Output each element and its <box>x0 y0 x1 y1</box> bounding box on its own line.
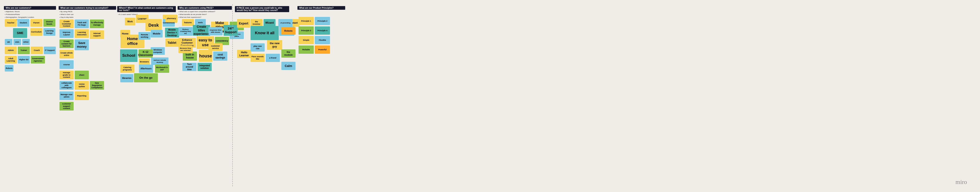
note-website[interactable]: various remote desktop <box>151 57 169 65</box>
note-customer-service[interactable]: customer service <box>208 43 223 51</box>
note-mobile-device[interactable]: Mobile Device + Desktop <box>165 28 179 38</box>
section1-header: Who are our customers? <box>4 6 56 10</box>
note-pp8[interactable]: Powerful <box>315 46 330 54</box>
note-s1-6[interactable]: Learning Design <box>43 28 56 36</box>
note-reduce-creating[interactable]: Reduce creating they the <box>178 27 192 36</box>
note-s2-create2[interactable]: Create whole entire <box>59 50 73 58</box>
note-s1-usa[interactable]: USA <box>13 39 21 45</box>
note-s2-cust-support[interactable]: customer support content <box>59 102 73 110</box>
note-pace-like[interactable]: Pace sounds like <box>251 54 265 62</box>
note-pp6[interactable]: Flexible <box>315 36 330 44</box>
note-s1-5[interactable]: Curriculum <box>30 28 42 36</box>
note-response-time[interactable]: response time with issues <box>208 27 223 35</box>
note-pharmacy[interactable]: pharmacy <box>165 15 177 22</box>
note-on-the-go[interactable]: On the go <box>134 73 158 82</box>
note-s1-uk[interactable]: UK <box>5 39 13 45</box>
note-integrated[interactable]: Integrated solution <box>197 63 212 71</box>
note-s2-manage-use[interactable]: Manage user admin <box>59 91 73 100</box>
note-s2-manage[interactable]: manage grade to content <box>59 71 73 79</box>
note-the-inventor[interactable]: the inventor <box>251 19 262 27</box>
note-s1-robot[interactable]: Robots <box>5 65 13 71</box>
note-s2-share[interactable]: share <box>75 71 89 79</box>
note-know-it-all[interactable]: Know it all <box>251 26 279 40</box>
note-s2-collab[interactable]: collaborate with colleagues <box>59 81 73 90</box>
note-remote-working[interactable]: Remote working <box>138 32 150 40</box>
note-s1-govt[interactable]: Government Agencies <box>31 56 45 63</box>
note-pp5[interactable]: Simple <box>299 36 314 44</box>
note-s1-apac[interactable]: APAC <box>22 39 30 45</box>
note-role[interactable]: play new role <box>251 43 265 52</box>
note-s1-coach[interactable]: Coach <box>31 47 43 54</box>
note-s2-course[interactable]: course <box>59 60 73 69</box>
section3-bullets: • At a desk? Where else? • K-1 each week… <box>118 10 138 16</box>
note-s1-2[interactable]: Student <box>18 19 29 27</box>
note-hello-learner[interactable]: Hello Learner <box>237 50 251 58</box>
section5-header: If PACE was a person you could talk to, … <box>235 6 289 12</box>
note-s1-3[interactable]: Parent <box>30 19 42 27</box>
note-pp2[interactable]: Principle 2 <box>315 17 330 25</box>
note-workweek[interactable]: Workweek 9-24/7 <box>155 65 169 73</box>
note-s1-1[interactable]: Teacher <box>5 19 17 27</box>
note-s1-trainer[interactable]: Trainer <box>18 47 30 54</box>
note-desk[interactable]: Desk <box>145 19 162 31</box>
note-s1-adult[interactable]: Adult Learning <box>5 56 17 63</box>
note-pp1[interactable]: Principle 1 <box>299 17 314 25</box>
note-s1-higher-ed[interactable]: Higher Ed <box>18 56 30 63</box>
note-afterhours[interactable]: Afterhours <box>139 65 153 73</box>
note-pp4[interactable]: Principle 4 <box>315 27 330 35</box>
note-s2-new-reg[interactable]: New Regulation Compliance <box>90 81 104 90</box>
note-s1-sme[interactable]: SME <box>13 28 27 38</box>
section4-bullets: • What sets us apart from competitive so… <box>178 10 215 19</box>
note-s2-effectively[interactable]: To effectively manage <box>90 19 104 28</box>
note-tablet[interactable]: Tablet <box>165 39 178 47</box>
note-s2-learning[interactable]: Learning Outcomes <box>75 29 89 38</box>
note-mobile[interactable]: Mobile <box>151 30 162 38</box>
note-features[interactable]: features <box>182 19 194 26</box>
note-browser[interactable]: Browsers <box>139 58 150 65</box>
note-catering[interactable]: Catering programs <box>120 65 134 73</box>
note-s1-it[interactable]: IT Support <box>44 47 56 54</box>
section4-header: Why are customers using PACE? <box>178 6 232 10</box>
note-s1-admin[interactable]: Admin <box>5 47 17 54</box>
note-new-guy[interactable]: the new guy <box>267 40 282 50</box>
note-robots[interactable]: Robots <box>282 27 296 35</box>
note-because-they[interactable]: Because they are selected <box>178 46 192 53</box>
note-s2-track[interactable]: Track and Fix bugs <box>75 19 89 28</box>
note-247-support[interactable]: 24/7 Support <box>224 25 238 36</box>
note-libraries[interactable]: libraries <box>120 74 133 82</box>
note-capable[interactable]: of providing <box>278 19 293 27</box>
note-house[interactable]: house <box>199 50 212 62</box>
note-s2-content[interactable]: Create Customer Content <box>59 19 73 28</box>
note-s2-save-money[interactable]: Save money <box>75 39 89 50</box>
note-s2-create[interactable]: Create content for learners <box>59 39 73 48</box>
note-cost-savings[interactable]: cost savings <box>213 52 227 61</box>
note-s2-report[interactable]: Reporting <box>75 91 89 100</box>
note-s2-revise[interactable]: revise update <box>75 81 89 90</box>
section2-header: What are our customers trying to accompl… <box>59 6 116 10</box>
section6-header: What are our Product Principles? <box>298 6 345 10</box>
note-s2-improve[interactable]: Improve Layout <box>59 29 73 38</box>
note-school[interactable]: School <box>120 49 137 62</box>
note-k12[interactable]: K-12 Classrooms <box>138 49 153 58</box>
note-friend[interactable]: a friend <box>266 54 280 62</box>
note-wizard[interactable]: Wizard <box>264 19 275 27</box>
canvas: Who are our customers? • Adjectives, Nou… <box>0 0 980 192</box>
miro-logo: miro <box>956 179 967 186</box>
dashed-divider <box>232 4 233 186</box>
note-pp3[interactable]: Principle 3 <box>299 27 314 35</box>
note-module[interactable]: the module <box>282 49 296 58</box>
note-expert[interactable]: Expert <box>237 19 250 28</box>
note-turnaround[interactable]: Turn around time <box>182 63 196 71</box>
note-s1-4[interactable]: District Needs <box>43 19 56 27</box>
note-s2-internal[interactable]: Internal support <box>90 30 104 39</box>
note-pp7[interactable]: Reliable <box>299 46 314 54</box>
note-work[interactable]: Work <box>125 18 135 25</box>
note-calm[interactable]: Calm <box>282 62 296 70</box>
note-create-titles[interactable]: Create titles experience <box>193 25 210 36</box>
